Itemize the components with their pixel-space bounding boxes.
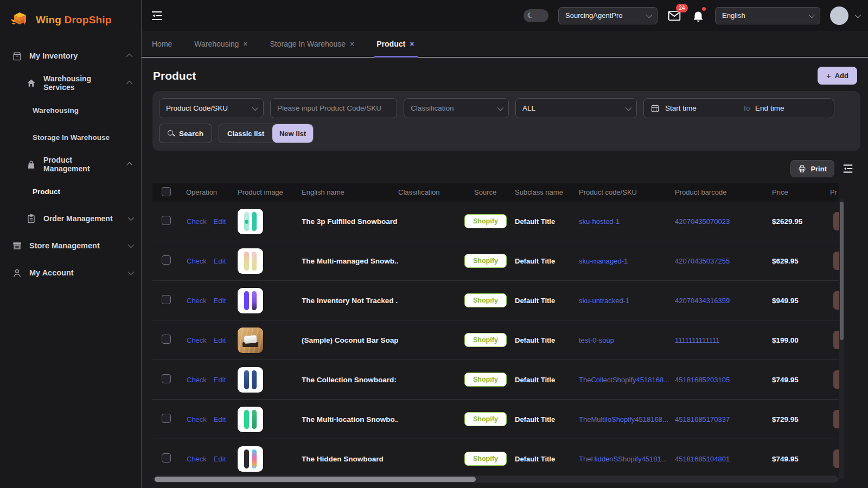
subclass-name: Default Title: [515, 257, 579, 265]
sidebar-item-store-management[interactable]: Store Management: [0, 232, 141, 259]
row-checkbox[interactable]: [162, 335, 171, 344]
sidebar-item-warehousing[interactable]: Warehousing: [0, 97, 141, 124]
notifications-button[interactable]: [691, 9, 705, 23]
row-checkbox[interactable]: [162, 216, 171, 225]
sidebar-item-storage-in-warehouse[interactable]: Storage In Warehouse: [0, 124, 141, 151]
check-link[interactable]: Check: [187, 297, 207, 305]
list-mode-toggle: Classic list New list: [219, 124, 314, 143]
product-barcode-link[interactable]: 42070435037255: [675, 257, 772, 265]
language-value: English: [722, 11, 745, 20]
row-checkbox[interactable]: [162, 414, 171, 423]
date-range-picker[interactable]: Start time To End time: [643, 98, 834, 118]
vertical-scrollbar[interactable]: [839, 199, 844, 479]
sku-search-input[interactable]: [277, 104, 390, 112]
edit-link[interactable]: Edit: [214, 376, 226, 384]
row-checkbox[interactable]: [162, 453, 171, 463]
all-select[interactable]: ALL: [515, 98, 637, 118]
check-link[interactable]: Check: [187, 217, 207, 226]
row-checkbox[interactable]: [162, 295, 171, 304]
chevron-down-icon[interactable]: [855, 11, 861, 17]
check-link[interactable]: Check: [187, 415, 207, 423]
start-time-field[interactable]: Start time: [665, 104, 737, 112]
mail-count-badge: 24: [676, 4, 688, 12]
row-checkbox[interactable]: [162, 255, 171, 265]
sidebar-item-order-management[interactable]: Order Management: [0, 205, 141, 232]
language-select[interactable]: English: [715, 7, 820, 24]
product-barcode-link[interactable]: 1111111111111: [675, 336, 772, 344]
product-sku-link[interactable]: TheCollectShopify4518168...: [579, 376, 675, 384]
sidebar-item-warehousing-services[interactable]: Warehousing Services: [0, 69, 141, 97]
sidebar-item-product[interactable]: Product: [0, 178, 141, 205]
product-sku-link[interactable]: test-0-soup: [579, 336, 675, 344]
avatar[interactable]: [830, 7, 848, 25]
select-all-checkbox[interactable]: [162, 187, 171, 196]
check-link[interactable]: Check: [187, 455, 207, 463]
price: $749.95: [772, 376, 830, 384]
horizontal-scrollbar-thumb[interactable]: [155, 477, 476, 482]
search-field-select[interactable]: Product Code/SKU: [159, 98, 264, 118]
product-barcode-link[interactable]: 42070434316359: [675, 297, 772, 305]
subclass-name: Default Title: [515, 455, 579, 463]
product-image: [238, 248, 263, 274]
english-name: The Inventory Not Tracked ...: [302, 297, 398, 305]
english-name: The Multi-managed Snowb...: [302, 257, 398, 265]
edit-link[interactable]: Edit: [214, 415, 226, 423]
source-badge: Shopify: [464, 373, 507, 387]
end-time-field[interactable]: End time: [755, 104, 827, 112]
table-header-row: Operation Product image English name Cla…: [152, 183, 839, 202]
check-link[interactable]: Check: [187, 336, 207, 344]
product-barcode-link[interactable]: 45181685170337: [675, 415, 772, 423]
edit-link[interactable]: Edit: [214, 257, 226, 265]
sidebar-item-my-inventory[interactable]: My Inventory: [0, 42, 141, 69]
print-button[interactable]: Print: [790, 160, 834, 177]
price: $749.95: [772, 455, 830, 463]
workspace-select[interactable]: SourcingAgentPro: [558, 7, 658, 24]
check-link[interactable]: Check: [187, 257, 207, 265]
edit-link[interactable]: Edit: [214, 297, 226, 305]
product-barcode-link[interactable]: 45181685203105: [675, 376, 772, 384]
sidebar-item-product-management[interactable]: Product Management: [0, 151, 141, 178]
filter-panel: Product Code/SKU Classification ALL Star…: [152, 91, 860, 151]
chevron-down-icon: [128, 215, 134, 221]
product-sku-link[interactable]: sku-managed-1: [579, 257, 675, 265]
horizontal-scrollbar[interactable]: [154, 476, 838, 483]
brand[interactable]: Wing DropShip: [0, 0, 141, 31]
chevron-down-icon: [626, 104, 631, 110]
search-button[interactable]: Search: [159, 124, 212, 143]
check-link[interactable]: Check: [187, 376, 207, 384]
tab-product[interactable]: Product ×: [376, 31, 414, 57]
product-sku-link[interactable]: sku-hosted-1: [579, 217, 675, 226]
close-icon[interactable]: ×: [410, 40, 414, 48]
edit-link[interactable]: Edit: [214, 217, 226, 226]
edit-link[interactable]: Edit: [214, 336, 226, 344]
close-icon[interactable]: ×: [350, 40, 354, 48]
edit-link[interactable]: Edit: [214, 455, 226, 463]
product-sku-link[interactable]: sku-untracked-1: [579, 297, 675, 305]
mail-button[interactable]: 24: [667, 9, 681, 23]
collapse-sidebar-icon[interactable]: [150, 9, 163, 22]
classic-list-button[interactable]: Classic list: [219, 124, 272, 143]
product-barcode-link[interactable]: 42070435070023: [675, 217, 772, 226]
table-row: Check Edit The Hidden Snowboard Shopify …: [152, 439, 839, 479]
tab-home[interactable]: Home: [152, 31, 172, 57]
sidebar-item-my-account[interactable]: My Account: [0, 259, 141, 286]
classification-select[interactable]: Classification: [404, 98, 509, 118]
column-settings-icon[interactable]: [842, 163, 854, 175]
clipped-status-chip: [833, 331, 839, 349]
add-button[interactable]: + Add: [818, 67, 857, 85]
dark-mode-toggle[interactable]: ☾: [524, 9, 548, 22]
product-barcode-link[interactable]: 45181685104801: [675, 455, 772, 463]
product-sku-link[interactable]: TheMultiloShopify4518168...: [579, 415, 675, 423]
tab-warehousing[interactable]: Warehousing ×: [194, 31, 247, 57]
english-name: The Multi-location Snowbo...: [302, 415, 398, 423]
table-row: Check Edit The Collection Snowboard: ...…: [152, 360, 839, 400]
row-checkbox[interactable]: [162, 374, 171, 383]
tab-storage-in-warehouse[interactable]: Storage In Warehouse ×: [270, 31, 355, 57]
chevron-up-icon: [126, 54, 132, 60]
new-list-button[interactable]: New list: [272, 124, 313, 143]
breadcrumb-tabs: Home Warehousing × Storage In Warehouse …: [142, 31, 868, 57]
vertical-scrollbar-thumb[interactable]: [840, 202, 844, 340]
close-icon[interactable]: ×: [243, 40, 247, 48]
plus-icon: +: [826, 71, 831, 80]
product-sku-link[interactable]: TheHiddenSShopify45181...: [579, 455, 675, 463]
